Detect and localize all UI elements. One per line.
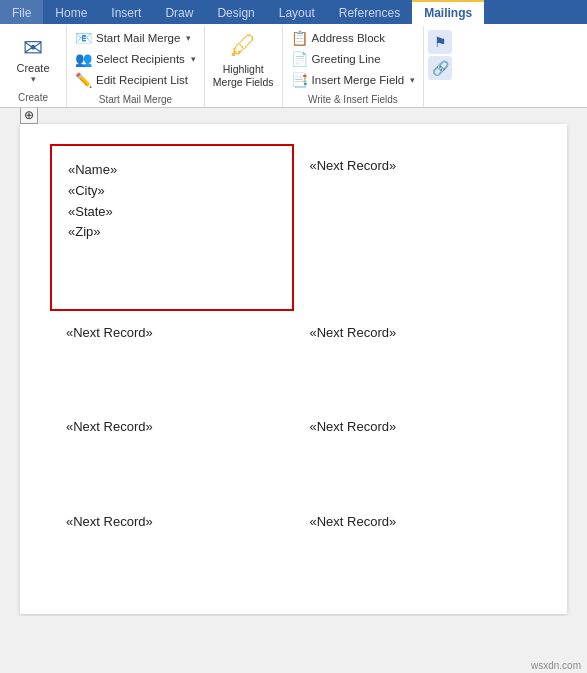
insert-merge-field-icon: 📑 <box>291 72 308 88</box>
document-page: ⊕ «Name» «City» «State» «Zip» «Next Reco… <box>20 124 567 614</box>
tab-layout[interactable]: Layout <box>267 0 327 24</box>
start-mail-merge-icon: 📧 <box>75 30 92 46</box>
label-cell-fields: «Name» «City» «State» «Zip» <box>50 144 294 311</box>
start-mail-merge-button[interactable]: 📧 Start Mail Merge ▾ <box>71 28 200 48</box>
next-record-2: «Next Record» <box>310 158 522 173</box>
label-cell-3: «Next Record» <box>50 311 294 405</box>
right-partial-group: ⚑ 🔗 <box>424 26 454 107</box>
tab-mailings[interactable]: Mailings <box>412 0 484 24</box>
label-cell-8: «Next Record» <box>294 500 538 594</box>
ribbon-content: ✉ Create ▾ Create 📧 Start Mail Merge ▾ 👥… <box>0 24 587 108</box>
address-block-icon: 📋 <box>291 30 308 46</box>
move-handle[interactable]: ⊕ <box>20 108 38 124</box>
address-block-button[interactable]: 📋 Address Block <box>287 28 420 48</box>
highlight-merge-fields-button[interactable]: 🖊 HighlightMerge Fields <box>205 26 283 107</box>
label-grid: «Name» «City» «State» «Zip» «Next Record… <box>50 144 537 594</box>
tab-home[interactable]: Home <box>43 0 99 24</box>
address-block-label: Address Block <box>312 32 386 44</box>
next-record-7: «Next Record» <box>66 514 278 529</box>
label-cell-6: «Next Record» <box>294 405 538 499</box>
field-zip: «Zip» <box>68 222 276 243</box>
watermark: wsxdn.com <box>531 660 581 671</box>
insert-merge-field-button[interactable]: 📑 Insert Merge Field ▾ <box>287 70 420 90</box>
create-icon: ✉ <box>23 34 43 62</box>
label-cell-2: «Next Record» <box>294 144 538 311</box>
field-state: «State» <box>68 202 276 223</box>
create-caret: ▾ <box>31 74 36 84</box>
select-recipients-caret: ▾ <box>191 54 196 64</box>
next-record-3: «Next Record» <box>66 325 278 340</box>
ribbon-tab-bar: File Home Insert Draw Design Layout Refe… <box>0 0 587 24</box>
highlight-merge-fields-icon: 🖊 <box>230 30 256 61</box>
tab-draw[interactable]: Draw <box>153 0 205 24</box>
document-area: ⊕ «Name» «City» «State» «Zip» «Next Reco… <box>0 108 587 616</box>
create-group: ✉ Create ▾ Create <box>0 26 67 107</box>
create-label: Create <box>16 62 49 74</box>
next-record-5: «Next Record» <box>66 419 278 434</box>
edit-recipient-list-button[interactable]: ✏️ Edit Recipient List <box>71 70 200 90</box>
highlight-merge-fields-label: HighlightMerge Fields <box>213 63 274 88</box>
partial-btn-1[interactable]: ⚑ <box>428 30 452 54</box>
select-recipients-button[interactable]: 👥 Select Recipients ▾ <box>71 49 200 69</box>
label-cell-4: «Next Record» <box>294 311 538 405</box>
select-recipients-label: Select Recipients <box>96 53 185 65</box>
next-record-4: «Next Record» <box>310 325 522 340</box>
smm-buttons: 📧 Start Mail Merge ▾ 👥 Select Recipients… <box>71 28 200 92</box>
next-record-8: «Next Record» <box>310 514 522 529</box>
select-recipients-icon: 👥 <box>75 51 92 67</box>
tab-design[interactable]: Design <box>205 0 266 24</box>
tab-references[interactable]: References <box>327 0 412 24</box>
field-city: «City» <box>68 181 276 202</box>
tab-insert[interactable]: Insert <box>99 0 153 24</box>
start-mail-merge-group: 📧 Start Mail Merge ▾ 👥 Select Recipients… <box>67 26 205 107</box>
create-button[interactable]: ✉ Create ▾ <box>8 30 58 88</box>
create-group-label: Create <box>18 92 48 103</box>
edit-recipient-list-label: Edit Recipient List <box>96 74 188 86</box>
label-cell-5: «Next Record» <box>50 405 294 499</box>
edit-recipient-list-icon: ✏️ <box>75 72 92 88</box>
partial-btn-2[interactable]: 🔗 <box>428 56 452 80</box>
start-mail-merge-label: Start Mail Merge <box>96 32 180 44</box>
next-record-6: «Next Record» <box>310 419 522 434</box>
label-cell-7: «Next Record» <box>50 500 294 594</box>
wif-buttons: 📋 Address Block 📄 Greeting Line 📑 Insert… <box>287 28 420 92</box>
greeting-line-label: Greeting Line <box>312 53 381 65</box>
tab-file[interactable]: File <box>0 0 43 24</box>
greeting-line-icon: 📄 <box>291 51 308 67</box>
start-mail-merge-caret: ▾ <box>186 33 191 43</box>
ribbon: File Home Insert Draw Design Layout Refe… <box>0 0 587 108</box>
insert-merge-field-caret: ▾ <box>410 75 415 85</box>
smm-group-label: Start Mail Merge <box>71 94 200 107</box>
greeting-line-button[interactable]: 📄 Greeting Line <box>287 49 420 69</box>
wif-group-label: Write & Insert Fields <box>287 94 420 107</box>
insert-merge-field-label: Insert Merge Field <box>312 74 405 86</box>
write-insert-fields-group: 📋 Address Block 📄 Greeting Line 📑 Insert… <box>283 26 425 107</box>
field-name: «Name» <box>68 160 276 181</box>
